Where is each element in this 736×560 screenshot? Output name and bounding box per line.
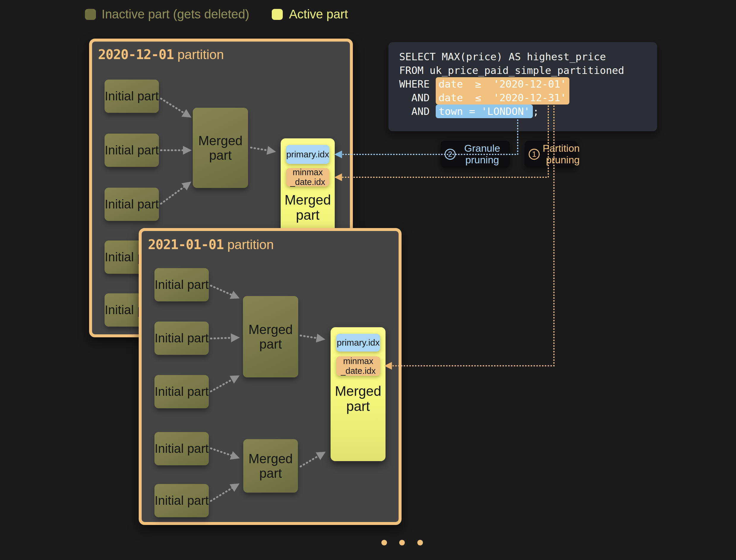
- minmax-date-idx-badge: minmax _date.idx: [336, 356, 380, 376]
- partition-pruning-label: Partition pruning: [543, 143, 580, 166]
- initial-part: Initial part: [154, 322, 209, 355]
- partition-suffix: partition: [224, 237, 274, 252]
- initial-part: Initial part: [154, 484, 209, 517]
- initial-part: Initial part: [105, 134, 159, 167]
- merged-part-inactive: Merged part: [243, 296, 298, 377]
- sql-town-highlight: town = 'LONDON': [436, 105, 533, 118]
- sql-line-and-date: AND date ≤ '2020-12-31': [399, 91, 646, 105]
- initial-part: Initial part: [105, 188, 159, 221]
- merged-part-inactive: Merged part: [193, 108, 248, 188]
- initial-part: Initial part: [154, 432, 209, 465]
- primary-idx-badge: primary.idx: [286, 145, 329, 164]
- primary-idx-badge: primary.idx: [336, 334, 380, 352]
- inactive-part-swatch: [85, 9, 96, 20]
- granule-pruning-label: Granule pruning: [459, 143, 506, 166]
- granule-pruning-callout: 2 Granule pruning: [441, 141, 510, 167]
- partition-suffix: partition: [174, 47, 224, 62]
- legend-active-label: Active part: [289, 7, 348, 22]
- sql-keyword: WHERE: [399, 78, 436, 90]
- partition-date: 2020-12-01: [98, 47, 174, 62]
- merged-part-label: Merged part: [330, 384, 386, 414]
- sql-keyword: AND: [399, 92, 436, 104]
- sql-line-where: WHERE date ≥ '2020-12-01': [399, 77, 646, 91]
- sql-date-ge-highlight: date ≥ '2020-12-01': [436, 77, 569, 91]
- partition-title: 2020-12-01 partition: [98, 47, 224, 62]
- carousel-dot[interactable]: [417, 540, 423, 545]
- active-part-swatch: [272, 9, 283, 20]
- carousel-dot[interactable]: [399, 540, 405, 545]
- step-1-circle: 1: [529, 149, 540, 160]
- partition-title: 2021-01-01 partition: [148, 237, 274, 252]
- initial-part: Initial part: [154, 268, 209, 301]
- initial-part: Initial part: [154, 375, 209, 408]
- sql-line-and-town: AND town = 'LONDON';: [399, 105, 646, 118]
- partition-pruning-diagram: { "legend": { "inactive": "Inactive part…: [0, 0, 736, 560]
- minmax-date-idx-badge: minmax _date.idx: [286, 168, 329, 186]
- sql-keyword: AND: [399, 105, 436, 117]
- sql-semicolon: ;: [533, 105, 539, 117]
- sql-date-le-highlight: date ≤ '2020-12-31': [436, 91, 569, 105]
- sql-line-from: FROM uk_price_paid_simple_partitioned: [399, 64, 646, 77]
- merged-part-inactive: Merged part: [243, 439, 298, 493]
- partition-2021-01-01: 2021-01-01 partition Initial part Initia…: [139, 228, 402, 525]
- merged-part-active: primary.idx minmax _date.idx Merged part: [330, 327, 386, 461]
- initial-part: Initial part: [105, 80, 159, 113]
- legend-inactive-label: Inactive part (gets deleted): [102, 7, 249, 22]
- sql-line-select: SELECT MAX(price) AS highest_price: [399, 50, 646, 64]
- step-2-circle: 2: [445, 149, 456, 160]
- carousel-dot[interactable]: [382, 540, 387, 545]
- partition-pruning-callout: 1 Partition pruning: [525, 141, 577, 167]
- sql-query-panel: SELECT MAX(price) AS highest_price FROM …: [389, 42, 657, 131]
- merged-part-label: Merged part: [281, 192, 335, 223]
- partition-date: 2021-01-01: [148, 237, 224, 252]
